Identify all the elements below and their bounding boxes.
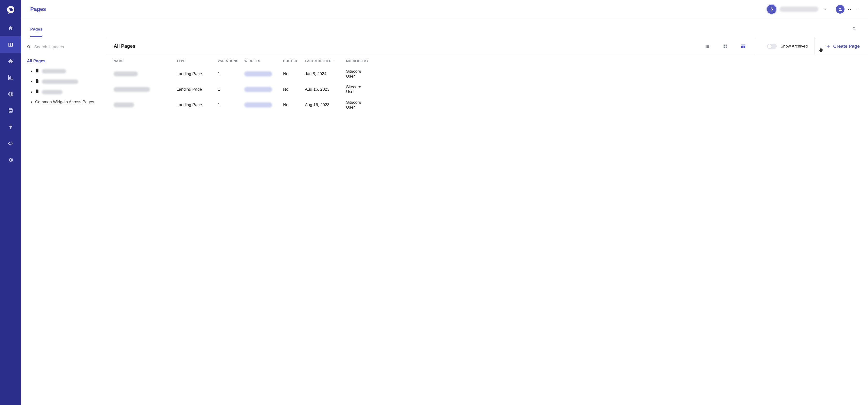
cell-type: Landing Page <box>168 66 210 82</box>
page-title: Pages <box>30 6 46 12</box>
cell-last-modified: Aug 16, 2023 <box>297 97 338 113</box>
tree-root-all-pages[interactable]: All Pages <box>21 56 105 66</box>
download-button[interactable] <box>851 25 858 31</box>
pointer-cursor-icon <box>818 47 824 52</box>
user-icon <box>838 7 842 11</box>
create-page-label: Create Page <box>833 44 860 49</box>
cell-last-modified: Aug 16, 2023 <box>297 82 338 97</box>
tab-pages[interactable]: Pages <box>30 27 42 37</box>
user-avatar <box>836 5 844 13</box>
download-icon <box>851 25 857 30</box>
database-icon <box>8 108 13 113</box>
file-icon <box>35 79 39 84</box>
main: Pages S - - Pages <box>21 0 868 405</box>
nav-extensions[interactable] <box>0 53 21 69</box>
tree-item-label-redacted <box>42 80 78 84</box>
nav-analytics[interactable] <box>0 69 21 86</box>
cell-name[interactable] <box>105 97 168 113</box>
archived-toggle[interactable] <box>767 44 777 49</box>
nav-connect[interactable] <box>0 119 21 135</box>
cell-type: Landing Page <box>168 97 210 113</box>
show-archived-toggle: Show Archived <box>760 37 815 55</box>
view-list-button[interactable] <box>705 44 710 49</box>
brand-logo[interactable] <box>0 0 21 20</box>
col-modified-by[interactable]: MODIFIED BY <box>338 55 372 66</box>
nav-settings[interactable] <box>0 152 21 168</box>
grid-icon <box>723 44 728 49</box>
content: All Pages Com <box>21 37 868 405</box>
tree-item[interactable] <box>21 76 105 87</box>
caret-right-icon <box>30 79 33 84</box>
cell-hosted: No <box>275 97 297 113</box>
tree-item-label: Common Widgets Across Pages <box>35 99 94 105</box>
col-widgets[interactable]: WIDGETS <box>236 55 275 66</box>
nav-data[interactable] <box>0 102 21 119</box>
layout-icon <box>8 42 13 48</box>
cell-modified-by: Sitecore User <box>338 97 372 113</box>
search-input[interactable] <box>34 45 99 50</box>
table-wrap: NAME TYPE VARIATIONS WIDGETS HOSTED LAST… <box>105 55 868 405</box>
cell-modified-by: Sitecore User <box>338 66 372 82</box>
home-icon <box>8 25 13 31</box>
create-page-button[interactable]: Create Page <box>820 44 860 49</box>
plus-icon <box>826 44 831 49</box>
col-type[interactable]: TYPE <box>168 55 210 66</box>
cell-widgets-redacted <box>244 71 272 76</box>
nav-global[interactable] <box>0 86 21 102</box>
tree-item[interactable] <box>21 66 105 76</box>
cell-name[interactable] <box>105 66 168 82</box>
list-icon <box>705 44 710 49</box>
tree: All Pages Com <box>21 55 105 108</box>
gear-icon <box>8 157 13 163</box>
file-icon <box>35 68 39 74</box>
cell-widgets-redacted <box>244 103 272 107</box>
caret-right-icon <box>30 69 33 74</box>
view-grid-button[interactable] <box>723 44 728 49</box>
chart-icon <box>8 75 13 81</box>
org-selector[interactable]: S <box>766 4 829 15</box>
cell-variations: 1 <box>210 82 236 97</box>
panel-header: All Pages Show Archived <box>105 37 868 55</box>
nav-pages[interactable] <box>0 36 21 53</box>
tree-item-common-widgets[interactable]: Common Widgets Across Pages <box>21 97 105 107</box>
globe-icon <box>8 91 13 97</box>
table-icon <box>741 44 746 49</box>
caret-right-icon <box>30 99 33 105</box>
tree-item-label-redacted <box>42 90 62 94</box>
sort-desc-icon <box>333 60 335 62</box>
code-icon <box>8 141 13 146</box>
puzzle-icon <box>8 58 13 64</box>
user-menu[interactable]: - - <box>836 5 860 13</box>
cell-widgets[interactable] <box>236 82 275 97</box>
cell-name[interactable] <box>105 82 168 97</box>
cell-last-modified: Jan 8, 2024 <box>297 66 338 82</box>
col-hosted[interactable]: HOSTED <box>275 55 297 66</box>
tree-item[interactable] <box>21 87 105 97</box>
nav-home[interactable] <box>0 20 21 36</box>
cell-widgets[interactable] <box>236 97 275 113</box>
view-table-button[interactable] <box>741 44 746 49</box>
caret-right-icon <box>30 90 33 94</box>
page-header: Pages S - - <box>21 0 868 19</box>
org-name-redacted <box>780 6 818 12</box>
tree-panel: All Pages Com <box>21 37 105 405</box>
cell-variations: 1 <box>210 66 236 82</box>
chevron-down-icon <box>824 7 827 11</box>
nav-dev[interactable] <box>0 135 21 152</box>
cell-hosted: No <box>275 82 297 97</box>
logo-icon <box>6 5 16 15</box>
cell-hosted: No <box>275 66 297 82</box>
left-rail <box>0 0 21 405</box>
panel-title: All Pages <box>114 44 135 49</box>
cell-type: Landing Page <box>168 82 210 97</box>
org-avatar: S <box>767 5 776 14</box>
cell-widgets[interactable] <box>236 66 275 82</box>
col-name[interactable]: NAME <box>105 55 168 66</box>
col-variations[interactable]: VARIATIONS <box>210 55 236 66</box>
cell-name-redacted <box>114 103 134 107</box>
col-last-modified[interactable]: LAST MODIFIED <box>297 55 338 66</box>
chevron-down-icon <box>857 7 860 11</box>
user-label: - - <box>847 7 851 11</box>
cell-modified-by: Sitecore User <box>338 82 372 97</box>
search-wrap <box>21 41 105 55</box>
